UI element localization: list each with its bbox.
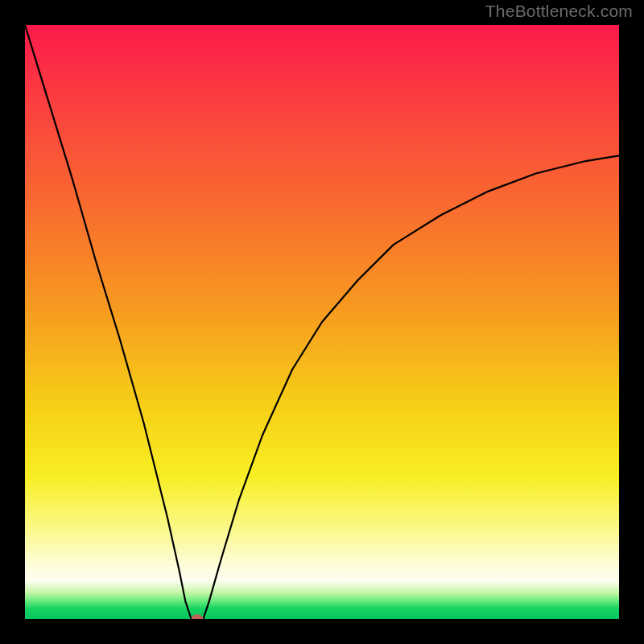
curve-layer: [25, 25, 619, 619]
plot-area: [25, 25, 619, 619]
chart-frame: TheBottleneck.com: [0, 0, 644, 644]
minimum-marker: [192, 614, 204, 619]
bottleneck-curve: [25, 25, 619, 619]
watermark-text: TheBottleneck.com: [485, 2, 633, 21]
